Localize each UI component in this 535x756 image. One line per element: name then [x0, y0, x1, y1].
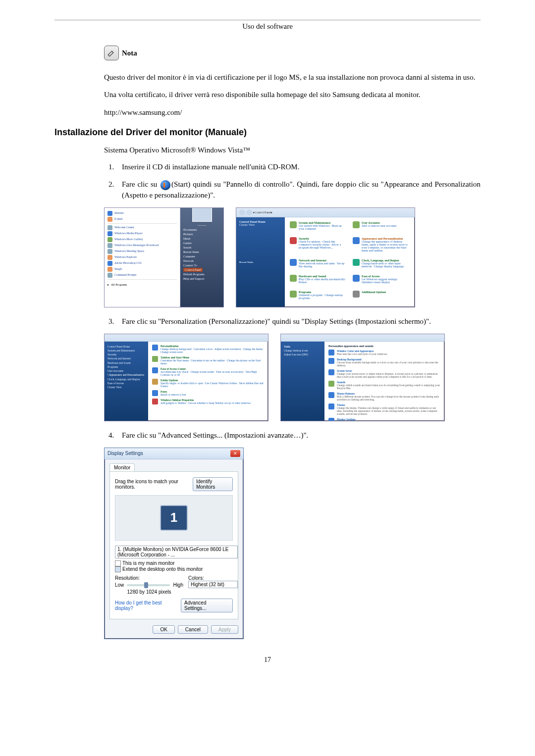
resolution-slider: [127, 584, 170, 586]
avatar: [192, 207, 212, 222]
note-heading: Nota: [104, 46, 481, 60]
step-3: Fare clic su "Personalization (Personali…: [116, 316, 481, 327]
drag-instruction: Drag the icons to match your monitors.: [115, 479, 193, 490]
figure-appearance-and-personalization: Control Panel Home System and Maintenanc…: [104, 334, 268, 421]
close-icon: ✕: [230, 450, 240, 457]
figure-row-2: Control Panel Home System and Maintenanc…: [104, 334, 481, 421]
step-2: Fare clic su (Start) quindi su "Pannello…: [116, 179, 481, 201]
figure-personalization: Tasks Change desktop icons Adjust font s…: [280, 334, 445, 421]
step-2-text-b: (Start) quindi su "Pannello di controllo…: [122, 180, 481, 199]
note-paragraph-1: Questo driver del monitor è in via di ce…: [104, 72, 481, 82]
ok-button: OK: [153, 625, 174, 634]
startmenu-user: ———: [183, 224, 220, 227]
start-orb-icon: [160, 180, 170, 190]
extend-desktop-checkbox: [115, 566, 121, 572]
monitor-preview: 1: [115, 495, 233, 541]
note-label: Nota: [122, 49, 137, 57]
startmenu-left-pane: Internet E-mail Welcome Center Windows M…: [105, 208, 180, 307]
step-4: Fare clic su "Advanced Settings... (Impo…: [116, 430, 481, 441]
pencil-note-icon: [104, 46, 119, 60]
figure-control-panel: ▸ Control Panel ▸ Control Panel Home Cla…: [236, 207, 415, 307]
note-url: http://www.samsung.com/: [104, 107, 481, 117]
colors-dropdown: Highest (32 bit): [188, 581, 238, 588]
startmenu-right-pane: ——— Documents Pictures Music Games Searc…: [180, 208, 223, 307]
main-monitor-checkbox: [115, 560, 121, 566]
apply-button: Apply: [211, 625, 238, 634]
dialog-title: Display Settings: [107, 451, 143, 456]
figure-display-settings-dialog: Display Settings ✕ Monitor Drag the icon…: [104, 448, 244, 640]
note-paragraph-2: Una volta certificato, il driver verrà r…: [104, 90, 481, 100]
advanced-settings-button: Advanced Settings...: [181, 599, 233, 612]
step-1: Inserire il CD di installazione manuale …: [116, 162, 481, 172]
page-number: 17: [54, 656, 481, 664]
cancel-button: Cancel: [178, 625, 208, 634]
resolution-label: Resolution:: [115, 575, 183, 581]
colors-label: Colors:: [188, 575, 233, 581]
top-rule: [54, 20, 481, 20]
monitor-dropdown: 1. (Multiple Monitors) on NVIDIA GeForce…: [115, 546, 238, 558]
startmenu-control-panel: Control Panel: [183, 268, 203, 272]
resolution-value: 1280 by 1024 pixels: [115, 589, 183, 595]
monitor-1-icon: 1: [160, 505, 188, 531]
running-header: Uso del software: [54, 22, 481, 31]
best-display-link: How do I get the best display?: [115, 600, 181, 611]
identify-monitors-button: Identify Monitors: [193, 477, 233, 491]
monitor-tab: Monitor: [109, 463, 135, 471]
os-line: Sistema Operativo Microsoft® Windows Vis…: [104, 145, 481, 155]
step-2-text-a: Fare clic su: [122, 180, 160, 188]
section-title: Installazione del Driver del monitor (Ma…: [54, 127, 481, 138]
figure-start-menu: Internet E-mail Welcome Center Windows M…: [104, 207, 224, 307]
figure-row-1: Internet E-mail Welcome Center Windows M…: [104, 207, 481, 307]
